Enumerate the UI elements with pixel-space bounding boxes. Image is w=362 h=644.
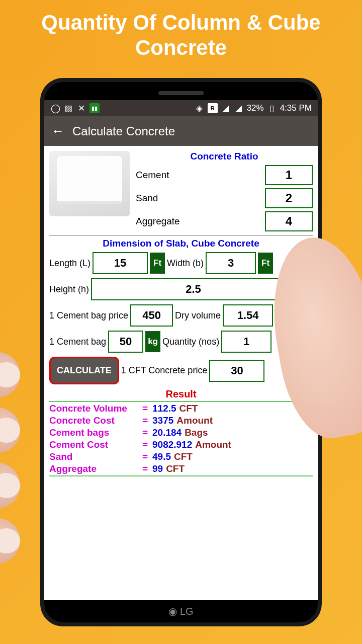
image-icon: ▨ <box>63 103 73 113</box>
battery-percent: 32% <box>247 103 264 113</box>
result-unit: Amount <box>176 415 213 426</box>
result-unit: CFT <box>179 403 198 414</box>
quantity-label: Quantity (nos) <box>162 337 219 347</box>
sync-icon: ◯ <box>50 103 60 113</box>
length-label: Length (L) <box>49 258 90 269</box>
dry-volume-label: Dry volume <box>175 310 221 321</box>
length-input[interactable] <box>93 252 148 274</box>
app-notif-icon: ▮▮ <box>89 103 100 113</box>
signal-2-icon: ◢ <box>234 103 244 113</box>
back-arrow-icon[interactable]: ← <box>51 123 64 139</box>
width-label: Width (b) <box>167 258 204 269</box>
equals-sign: = <box>142 439 152 450</box>
bag-weight-input[interactable] <box>108 331 143 353</box>
width-input[interactable] <box>206 252 256 274</box>
bag-price-label: 1 Cement bag price <box>49 310 128 321</box>
result-label: Concrete Cost <box>49 415 142 426</box>
result-row: Aggregate=99CFT <box>49 463 313 474</box>
cube-image <box>49 151 130 216</box>
calculate-button[interactable]: CALCULATE <box>49 357 119 384</box>
result-unit: CFT <box>174 451 193 462</box>
result-label: Cement Cost <box>49 439 142 450</box>
equals-sign: = <box>142 463 152 474</box>
aggregate-input[interactable] <box>265 211 313 231</box>
divider <box>49 235 313 236</box>
result-value: 20.184 <box>152 427 182 438</box>
result-value: 112.5 <box>152 403 176 414</box>
result-title: Result <box>49 388 313 400</box>
result-row: Sand=49.5CFT <box>49 451 313 462</box>
app-content: Concrete Ratio Cement Sand Aggregate <box>44 146 318 600</box>
width-unit[interactable]: Ft <box>258 253 273 274</box>
cft-price-label: 1 CFT Concrete price <box>121 365 208 376</box>
result-divider <box>49 401 313 402</box>
result-value: 49.5 <box>152 451 171 462</box>
bag-price-input[interactable] <box>130 304 173 327</box>
dimension-title: Dimension of Slab, Cube Concrete <box>49 238 313 249</box>
sand-label: Sand <box>136 193 158 204</box>
result-label: Cement bags <box>49 427 142 438</box>
bag-weight-label: 1 Cement bag <box>49 337 106 347</box>
signal-1-icon: ◢ <box>221 103 231 113</box>
cement-input[interactable] <box>265 165 313 185</box>
battery-icon: ▯ <box>267 103 277 113</box>
result-label: Concrete Volume <box>49 403 142 414</box>
promo-title: Quantity Of Column & Cube Concrete <box>0 0 362 66</box>
result-value: 99 <box>152 463 163 474</box>
cft-price-input[interactable] <box>209 360 264 382</box>
equals-sign: = <box>142 451 152 462</box>
cast-icon: ◈ <box>195 103 205 113</box>
quantity-input[interactable] <box>221 331 272 353</box>
result-label: Aggregate <box>49 463 142 474</box>
bag-weight-unit[interactable]: kg <box>145 331 160 352</box>
result-unit: Bags <box>185 427 208 438</box>
result-row: Concrete Volume=112.5CFT <box>49 403 313 414</box>
result-unit: CFT <box>166 463 185 474</box>
app-title: Calculate Concrete <box>72 124 175 138</box>
status-bar: ◯ ▨ ✕ ▮▮ ◈ R ◢ ◢ 32% ▯ 4:35 PM <box>44 100 318 116</box>
result-divider-bottom <box>49 475 313 476</box>
dry-volume-input[interactable] <box>223 304 273 327</box>
cement-label: Cement <box>136 170 169 181</box>
roaming-icon: R <box>208 103 218 113</box>
equals-sign: = <box>142 403 152 414</box>
height-label: Height (h) <box>49 284 89 295</box>
result-value: 9082.912 <box>152 439 192 450</box>
hand-fingers <box>0 352 40 604</box>
height-input[interactable] <box>91 278 296 300</box>
wifi-off-icon: ✕ <box>76 103 86 113</box>
length-unit[interactable]: Ft <box>150 253 165 274</box>
result-value: 3375 <box>152 415 173 426</box>
result-row: Concrete Cost=3375Amount <box>49 415 313 426</box>
clock: 4:35 PM <box>280 103 312 113</box>
equals-sign: = <box>142 415 152 426</box>
result-row: Cement bags=20.184Bags <box>49 427 313 438</box>
result-row: Cement Cost=9082.912Amount <box>49 439 313 450</box>
ratio-title: Concrete Ratio <box>136 151 313 162</box>
sand-input[interactable] <box>265 188 313 208</box>
result-label: Sand <box>49 451 142 462</box>
result-section: Result Concrete Volume=112.5CFTConcrete … <box>49 388 313 476</box>
equals-sign: = <box>142 427 152 438</box>
phone-logo: ◉ LG <box>44 600 318 622</box>
aggregate-label: Aggregate <box>136 216 180 227</box>
result-unit: Amount <box>195 439 231 450</box>
app-bar: ← Calculate Concrete <box>44 116 318 146</box>
phone-speaker <box>158 91 204 95</box>
